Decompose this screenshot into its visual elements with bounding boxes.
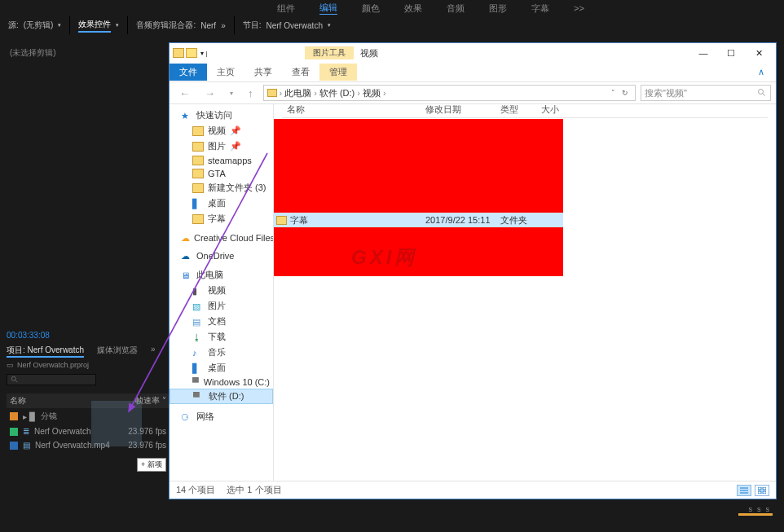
maximize-button[interactable]: ☐ [717, 44, 745, 62]
ws-tab-active[interactable]: 编辑 [319, 2, 337, 15]
video-icon: ▮ [192, 286, 204, 296]
effects-tab[interactable]: 效果控件 ▾ [70, 16, 128, 34]
tree-item[interactable]: ▋桌面 [170, 196, 273, 211]
timecode[interactable]: 00:03:33:08 [7, 331, 170, 340]
close-button[interactable]: ✕ [745, 44, 773, 62]
tree-item[interactable]: ▤文档 [170, 314, 273, 329]
svg-point-0 [11, 376, 15, 380]
bin-row[interactable]: ▸ ▉ 分镜 [7, 408, 170, 424]
item-count: 14 个项目 [176, 484, 215, 496]
star-icon: ★ [181, 111, 192, 121]
file-list[interactable]: 名称 修改日期 类型 大小 字幕 2017/9/22 15:11 文件夹 GXI… [274, 104, 776, 481]
tree-item[interactable]: ▋桌面 [170, 360, 273, 376]
back-button[interactable]: ← [174, 87, 195, 99]
col-size[interactable]: 大小 [541, 103, 574, 117]
up-button[interactable]: ↑ [243, 87, 258, 99]
col-name[interactable]: 名称 [10, 395, 26, 407]
source-tab[interactable]: 源: (无剪辑) ▾ [0, 16, 70, 34]
workspace-tabs[interactable]: 组件 编辑 颜色 效果 音频 图形 字幕 >> [0, 0, 784, 16]
file-type: 文件夹 [500, 214, 541, 226]
ws-tab[interactable]: 颜色 [362, 2, 380, 15]
search-input[interactable]: 搜索"视频" [641, 85, 771, 101]
ribbon-collapse-icon[interactable]: ∧ [758, 67, 764, 77]
details-view-button[interactable] [737, 485, 751, 496]
ribbon-share[interactable]: 共享 [244, 64, 282, 81]
forward-button[interactable]: → [200, 87, 220, 99]
tree-item[interactable]: ♪音乐 [170, 345, 273, 360]
tree-item[interactable]: 新建文件夹 (3) [170, 180, 273, 196]
svg-rect-9 [758, 491, 761, 494]
tree-quick-access[interactable]: ★快速访问 [170, 108, 273, 123]
tree-item[interactable]: ⭳下载 [170, 329, 273, 345]
address-dropdown-icon[interactable]: ˅ [608, 89, 619, 97]
col-date[interactable]: 修改日期 [425, 103, 500, 117]
project-file-icon: ▭ [7, 361, 14, 369]
ribbon-file[interactable]: 文件 [170, 64, 207, 81]
overflow-icon[interactable]: » [151, 345, 156, 358]
clip-icon: ▤ [23, 441, 30, 450]
media-browser-tab[interactable]: 媒体浏览器 [97, 345, 138, 358]
project-panel-tab[interactable]: 项目: Nerf Overwatch [7, 345, 84, 358]
tree-ccf[interactable]: ☁Creative Cloud Files [170, 231, 273, 244]
file-row-selected[interactable]: 字幕 2017/9/22 15:11 文件夹 [274, 213, 563, 227]
ws-tab[interactable]: 图形 [489, 2, 507, 15]
tree-item[interactable]: ▧图片 [170, 298, 273, 314]
column-headers[interactable]: 名称 修改日期 类型 大小 [282, 103, 768, 118]
ws-tab[interactable]: 字幕 [531, 2, 549, 15]
history-dropdown-icon[interactable]: ▾ [225, 90, 238, 97]
tree-item[interactable]: steamapps [170, 154, 273, 167]
music-icon: ♪ [192, 348, 204, 358]
tree-item[interactable]: ▀Windows 10 (C:) [170, 376, 273, 389]
sequence-row[interactable]: ≣ Nerf Overwatch 23.976 fps [7, 424, 170, 438]
program-tab[interactable]: 节目: Nerf Overwatch ▾ [235, 16, 339, 34]
watermark: GXI网 [351, 244, 417, 270]
tree-this-pc[interactable]: 🖥此电脑 [170, 267, 273, 283]
tree-onedrive[interactable]: ☁OneDrive [170, 249, 273, 262]
ws-overflow[interactable]: >> [574, 3, 584, 13]
pc-icon: 🖥 [181, 270, 192, 280]
menu-caret-icon[interactable]: ▾ [328, 22, 331, 29]
col-name[interactable]: 名称 [282, 103, 425, 117]
audio-mixer-tab[interactable]: 音频剪辑混合器: Nerf » [128, 16, 234, 34]
pictures-icon: ▧ [192, 301, 204, 311]
menu-caret-icon[interactable]: ▾ [58, 22, 61, 29]
crumb[interactable]: 此电脑 [284, 87, 311, 99]
tree-network[interactable]: ⚆网络 [170, 409, 273, 424]
ws-tab[interactable]: 效果 [404, 2, 422, 15]
overflow-icon[interactable]: » [221, 21, 226, 30]
ws-tab[interactable]: 音频 [447, 2, 465, 15]
qat-dropdown-icon[interactable]: ▾ | [200, 50, 207, 57]
tree-item[interactable]: 字幕 [170, 211, 273, 226]
folder-icon [267, 89, 277, 97]
minimize-button[interactable]: — [689, 44, 717, 62]
folder-icon [186, 48, 197, 58]
nav-tree[interactable]: ★快速访问 视频📌 图片📌 steamapps GTA 新建文件夹 (3) ▋桌… [170, 104, 274, 481]
col-type[interactable]: 类型 [500, 103, 541, 117]
status-bar: 14 个项目 选中 1 个项目 [170, 481, 776, 499]
tree-item[interactable]: ▮视频 [170, 283, 273, 298]
refresh-icon[interactable]: ↻ [619, 89, 632, 97]
ribbon-view[interactable]: 查看 [282, 64, 319, 81]
crumb[interactable]: 视频 [363, 87, 381, 99]
tree-item[interactable]: 图片📌 [170, 138, 273, 154]
titlebar[interactable]: ▾ | 图片工具 视频 — ☐ ✕ [170, 43, 776, 63]
project-search[interactable] [7, 374, 96, 385]
pin-icon: 📌 [230, 125, 241, 136]
menu-caret-icon[interactable]: ▾ [116, 22, 119, 29]
ws-tab[interactable]: 组件 [277, 2, 295, 15]
clip-row[interactable]: ▤ Nerf Overwatch.mp4 23.976 fps [7, 438, 170, 452]
search-icon [757, 88, 767, 98]
tree-item[interactable]: 视频📌 [170, 123, 273, 138]
crumb[interactable]: 软件 (D:) [319, 87, 355, 99]
new-item-button[interactable]: + 新项 [137, 458, 166, 472]
icons-view-button[interactable] [755, 485, 769, 496]
ribbon-manage[interactable]: 管理 [319, 64, 357, 81]
tree-item-selected[interactable]: ▀软件 (D:) [170, 389, 273, 404]
folder-icon [173, 48, 184, 58]
ribbon-home[interactable]: 主页 [207, 64, 244, 81]
tree-item[interactable]: GTA [170, 167, 273, 180]
panel-tabbar: 源: (无剪辑) ▾ 效果控件 ▾ 音频剪辑混合器: Nerf » 节目: Ne… [0, 16, 784, 34]
label-swatch [10, 442, 18, 450]
desktop-icon: ▋ [192, 199, 204, 209]
address-bar[interactable]: › 此电脑 › 软件 (D:) › 视频 › ˅ ↻ [263, 85, 636, 101]
